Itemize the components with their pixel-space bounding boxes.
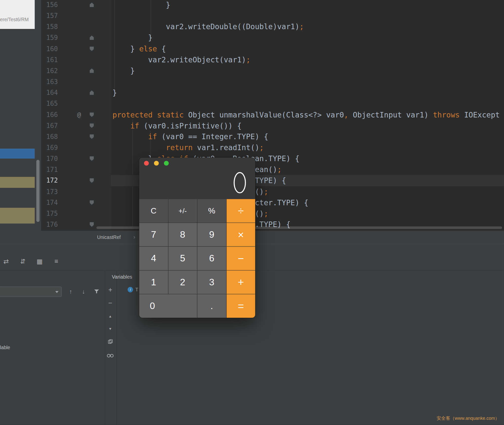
fold-marker-icon[interactable]: [90, 35, 94, 40]
fold-marker-icon[interactable]: [90, 112, 94, 117]
sort-down-button[interactable]: ▼: [106, 327, 115, 330]
calculator-key-8[interactable]: 8: [168, 223, 197, 246]
show-watches-button[interactable]: [106, 353, 115, 359]
breadcrumb: UnicastRef ›: [41, 230, 504, 244]
chevron-down-icon: [55, 291, 59, 293]
selected-row[interactable]: [0, 149, 35, 159]
code-line[interactable]: 156 }: [41, 0, 504, 10]
fold-marker-icon[interactable]: [90, 134, 94, 139]
calculator-key-plus-minus[interactable]: +/-: [168, 199, 197, 222]
filter-icon: [94, 290, 99, 294]
code-line[interactable]: 173 return var1.readByte();: [41, 186, 504, 197]
code-text: if (var0 == Integer.TYPE) {: [112, 131, 268, 142]
code-line[interactable]: 172 } else if (var0 == Byte.TYPE) {: [41, 175, 504, 186]
fold-marker-icon[interactable]: [90, 123, 94, 128]
code-line[interactable]: 168 if (var0 == Integer.TYPE) {: [41, 131, 504, 142]
code-editor[interactable]: 156 }157158 var2.writeDouble((Double)var…: [41, 0, 504, 230]
highlighted-row[interactable]: [0, 177, 35, 188]
calculator-key-multiply[interactable]: ×: [226, 223, 255, 246]
calculator-key-add[interactable]: +: [226, 270, 255, 294]
line-number: 169: [41, 142, 58, 153]
code-line[interactable]: 164}: [41, 87, 504, 98]
fold-marker-icon[interactable]: [90, 156, 94, 161]
code-text: var2.writeDouble((Double)var1);: [112, 21, 304, 32]
code-line[interactable]: 170 } else if (var0 == Boolean.TYPE) {: [41, 153, 504, 164]
line-number: 170: [41, 153, 58, 164]
remove-button[interactable]: −: [106, 299, 115, 307]
menu-icon[interactable]: ≡: [52, 258, 61, 265]
calculator-window[interactable]: 0 C+/-%÷789×456−123+0.=: [139, 158, 255, 318]
code-line[interactable]: 159 }: [41, 32, 504, 43]
line-number: 165: [41, 98, 58, 109]
fold-marker-icon[interactable]: [90, 222, 94, 227]
code-line[interactable]: 165: [41, 98, 504, 109]
project-path-text: ere/Test6/RM: [0, 17, 29, 22]
close-button[interactable]: [144, 161, 149, 166]
fold-marker-icon[interactable]: [90, 200, 94, 205]
minimize-button[interactable]: [154, 161, 159, 166]
code-line[interactable]: 162 }: [41, 65, 504, 76]
calculator-key-equals[interactable]: =: [226, 294, 255, 318]
calculator-key-2[interactable]: 2: [168, 270, 197, 294]
project-scrollbar[interactable]: [36, 160, 40, 222]
calculator-key-subtract[interactable]: −: [226, 247, 255, 270]
line-number: 168: [41, 131, 58, 142]
code-line[interactable]: 174 } else if (var0 == Character.TYPE) {: [41, 197, 504, 208]
threads-partial-text: T: [135, 287, 138, 292]
calculator-key-4[interactable]: 4: [139, 247, 168, 270]
move-down-button[interactable]: ↓: [79, 287, 89, 297]
calculator-key-decimal[interactable]: .: [197, 294, 226, 318]
code-line[interactable]: 158 var2.writeDouble((Double)var1);: [41, 21, 504, 32]
duplicate-button[interactable]: [106, 339, 115, 345]
calculator-key-7[interactable]: 7: [139, 223, 168, 246]
filter-button[interactable]: [91, 287, 101, 297]
exchange-icon[interactable]: ⇄: [2, 258, 10, 265]
divider: [116, 270, 117, 425]
ide-window: ere/Test6/RM 156 }157158 var2.writeDoubl…: [0, 0, 504, 425]
display-zero-glyph: [233, 158, 247, 199]
fold-marker-icon[interactable]: [90, 2, 94, 7]
zoom-button[interactable]: [164, 161, 169, 166]
code-text: }: [112, 32, 153, 43]
code-line[interactable]: 163: [41, 76, 504, 87]
annotation-gutter-icon: @: [77, 109, 81, 120]
code-line[interactable]: 166@protected static Object unmarshalVal…: [41, 109, 504, 120]
line-number: 160: [41, 43, 58, 54]
project-path-label: ere/Test6/RM: [0, 0, 35, 29]
fold-marker-icon[interactable]: [90, 91, 94, 95]
breadcrumb-item-unicastref[interactable]: UnicastRef: [97, 231, 121, 244]
code-line[interactable]: 161 var2.writeObject(var1);: [41, 54, 504, 65]
calculator-key-divide[interactable]: ÷: [226, 199, 255, 222]
calculator-key-3[interactable]: 3: [197, 270, 226, 294]
calculator-key-6[interactable]: 6: [197, 247, 226, 270]
window-controls: [144, 161, 169, 166]
line-number: 164: [41, 87, 58, 98]
calculator-key-5[interactable]: 5: [168, 247, 197, 270]
updown-icon[interactable]: ⇵: [19, 258, 27, 265]
calculator-key-9[interactable]: 9: [197, 223, 226, 246]
copy-icon: [108, 339, 113, 344]
code-line[interactable]: 169 return var1.readInt();: [41, 142, 504, 153]
line-number: 175: [41, 208, 58, 219]
frames-dropdown[interactable]: [0, 287, 62, 297]
highlighted-row[interactable]: [0, 208, 35, 223]
calculator-key-1[interactable]: 1: [139, 270, 168, 294]
calculator-key-clear[interactable]: C: [139, 199, 168, 222]
move-up-button[interactable]: ↑: [66, 287, 76, 297]
fold-marker-icon[interactable]: [90, 46, 94, 51]
fold-marker-icon[interactable]: [90, 178, 94, 183]
line-number: 171: [41, 164, 58, 175]
tab-variables[interactable]: Variables: [112, 274, 132, 280]
code-line[interactable]: 157: [41, 10, 504, 21]
grid-icon[interactable]: ▦: [35, 258, 44, 265]
calculator-key-0[interactable]: 0: [139, 294, 197, 318]
code-line[interactable]: 160 } else {: [41, 43, 504, 54]
code-line[interactable]: 175 return var1.readChar();: [41, 208, 504, 219]
fold-marker-icon[interactable]: [90, 69, 94, 73]
add-button[interactable]: +: [106, 286, 115, 294]
sort-up-button[interactable]: ▲: [106, 314, 115, 318]
code-line[interactable]: 171 return var1.readBoolean();: [41, 164, 504, 175]
code-line[interactable]: 167 if (var0.isPrimitive()) {: [41, 120, 504, 131]
code-text: }: [112, 65, 135, 76]
calculator-key-percent[interactable]: %: [197, 199, 226, 222]
